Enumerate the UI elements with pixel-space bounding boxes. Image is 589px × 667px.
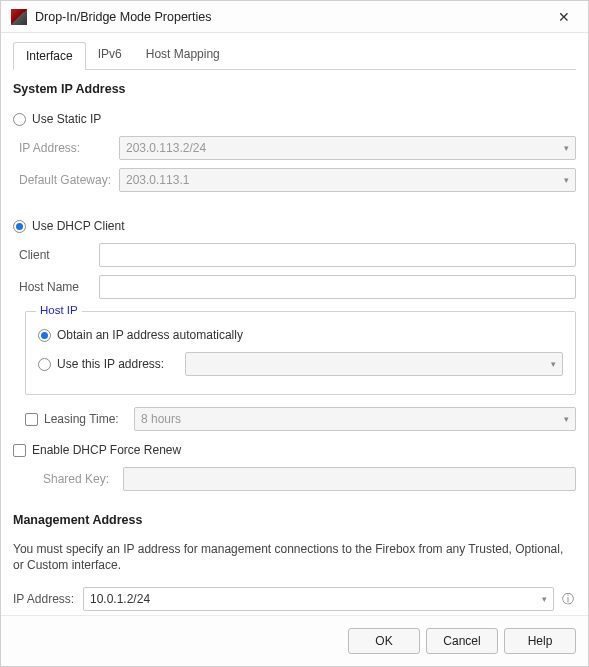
host-ip-auto-radio[interactable] <box>38 329 51 342</box>
app-icon <box>11 9 27 25</box>
tab-strip: Interface IPv6 Host Mapping <box>13 41 576 70</box>
ip-address-combo: 203.0.113.2/24 ▾ <box>119 136 576 160</box>
static-ip-address-row: IP Address: 203.0.113.2/24 ▾ <box>19 136 576 160</box>
client-input[interactable] <box>99 243 576 267</box>
help-button[interactable]: Help <box>504 628 576 654</box>
info-icon[interactable]: ⓘ <box>560 591 576 607</box>
dhcp-client-radio-row[interactable]: Use DHCP Client <box>13 219 576 233</box>
chevron-down-icon: ▾ <box>564 143 569 153</box>
shared-key-row: Shared Key: <box>43 467 576 491</box>
host-ip-manual-radio[interactable] <box>38 358 51 371</box>
management-ip-combo[interactable]: 10.0.1.2/24 ▾ <box>83 587 554 611</box>
force-renew-checkbox[interactable] <box>13 444 26 457</box>
client-label: Client <box>19 248 99 262</box>
cancel-button[interactable]: Cancel <box>426 628 498 654</box>
management-ip-label: IP Address: <box>13 592 83 606</box>
titlebar: Drop-In/Bridge Mode Properties ✕ <box>1 1 588 33</box>
static-gateway-row: Default Gateway: 203.0.113.1 ▾ <box>19 168 576 192</box>
chevron-down-icon: ▾ <box>542 594 547 604</box>
tab-host-mapping[interactable]: Host Mapping <box>134 41 232 69</box>
host-ip-group-title: Host IP <box>36 304 82 316</box>
host-ip-manual-combo: ▾ <box>185 352 563 376</box>
dhcp-client-label: Use DHCP Client <box>32 219 124 233</box>
leasing-time-label: Leasing Time: <box>44 412 134 426</box>
system-ip-heading: System IP Address <box>13 82 576 96</box>
gateway-value: 203.0.113.1 <box>126 173 189 187</box>
close-icon[interactable]: ✕ <box>550 6 578 28</box>
shared-key-label: Shared Key: <box>43 472 123 486</box>
tab-ipv6[interactable]: IPv6 <box>86 41 134 69</box>
hostname-label: Host Name <box>19 280 99 294</box>
shared-key-input <box>123 467 576 491</box>
host-ip-auto-label: Obtain an IP address automatically <box>57 328 243 342</box>
gateway-combo: 203.0.113.1 ▾ <box>119 168 576 192</box>
chevron-down-icon: ▾ <box>564 175 569 185</box>
management-heading: Management Address <box>13 513 576 527</box>
content-area: Interface IPv6 Host Mapping System IP Ad… <box>1 33 588 615</box>
chevron-down-icon: ▾ <box>551 359 556 369</box>
chevron-down-icon: ▾ <box>564 414 569 424</box>
button-bar: OK Cancel Help <box>1 615 588 666</box>
hostname-input[interactable] <box>99 275 576 299</box>
management-ip-value: 10.0.1.2/24 <box>90 592 150 606</box>
host-ip-manual-label: Use this IP address: <box>57 357 177 371</box>
force-renew-label: Enable DHCP Force Renew <box>32 443 181 457</box>
hostname-row: Host Name <box>19 275 576 299</box>
leasing-time-checkbox[interactable] <box>25 413 38 426</box>
host-ip-group: Host IP Obtain an IP address automatical… <box>25 311 576 395</box>
host-ip-manual-row[interactable]: Use this IP address: ▾ <box>38 352 563 376</box>
leasing-time-row: Leasing Time: 8 hours ▾ <box>25 407 576 431</box>
static-ip-radio-row[interactable]: Use Static IP <box>13 112 576 126</box>
management-description: You must specify an IP address for manag… <box>13 541 576 573</box>
dialog-window: Drop-In/Bridge Mode Properties ✕ Interfa… <box>0 0 589 667</box>
static-ip-label: Use Static IP <box>32 112 101 126</box>
ok-button[interactable]: OK <box>348 628 420 654</box>
ip-address-label: IP Address: <box>19 141 119 155</box>
ip-address-value: 203.0.113.2/24 <box>126 141 206 155</box>
host-ip-auto-row[interactable]: Obtain an IP address automatically <box>38 328 563 342</box>
leasing-time-combo: 8 hours ▾ <box>134 407 576 431</box>
force-renew-row[interactable]: Enable DHCP Force Renew <box>13 443 576 457</box>
static-ip-radio[interactable] <box>13 113 26 126</box>
dhcp-client-radio[interactable] <box>13 220 26 233</box>
tab-interface[interactable]: Interface <box>13 42 86 70</box>
client-row: Client <box>19 243 576 267</box>
management-ip-row: IP Address: 10.0.1.2/24 ▾ ⓘ <box>13 587 576 611</box>
window-title: Drop-In/Bridge Mode Properties <box>35 10 550 24</box>
leasing-time-value: 8 hours <box>141 412 181 426</box>
gateway-label: Default Gateway: <box>19 173 119 187</box>
